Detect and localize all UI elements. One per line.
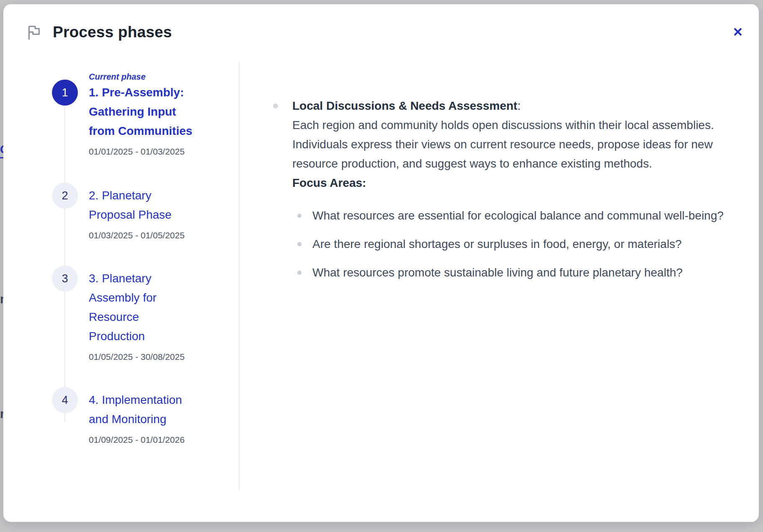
step-number-badge: 1 — [52, 80, 78, 106]
focus-list-item: Are there regional shortages or surpluse… — [297, 235, 735, 254]
stepper-item-phase-3[interactable]: 3 3. Planetary Assembly for Resource Pro… — [52, 269, 239, 364]
detail-heading-line: Local Discussions & Needs Assessment: — [292, 96, 735, 116]
step-dates: 01/09/2025 - 01/01/2026 — [89, 433, 196, 447]
process-phases-modal: Process phases 1 Current phase 1. Pre-As… — [3, 4, 759, 522]
detail-heading: Local Discussions & Needs Assessment — [292, 99, 517, 112]
focus-item-text: What resources are essential for ecologi… — [312, 206, 724, 225]
modal-body: 1 Current phase 1. Pre-Assembly: Gatheri… — [3, 62, 759, 490]
stepper-item-phase-2[interactable]: 2 2. Planetary Proposal Phase 01/03/2025… — [52, 186, 239, 242]
bullet-dot-icon — [297, 214, 302, 218]
close-button[interactable] — [728, 22, 748, 42]
bullet-dot-icon — [297, 271, 302, 275]
flag-icon — [25, 23, 43, 41]
step-title-link[interactable]: 2. Planetary Proposal Phase — [89, 186, 196, 225]
focus-list-item: What resources are essential for ecologi… — [297, 206, 735, 225]
bullet-dot-icon — [273, 103, 278, 108]
phase-stepper: 1 Current phase 1. Pre-Assembly: Gatheri… — [3, 62, 240, 490]
step-number-badge: 4 — [52, 387, 78, 413]
stepper-item-phase-4[interactable]: 4 4. Implementation and Monitoring 01/09… — [52, 390, 239, 447]
focus-areas-label: Focus Areas: — [292, 173, 735, 193]
step-number-badge: 3 — [52, 266, 78, 292]
detail-heading-colon: : — [517, 99, 521, 112]
bullet-dot-icon — [297, 242, 302, 246]
step-title-link[interactable]: 4. Implementation and Monitoring — [89, 390, 196, 429]
stepper-item-phase-1[interactable]: 1 Current phase 1. Pre-Assembly: Gatheri… — [52, 70, 239, 158]
step-number-badge: 2 — [52, 183, 78, 209]
step-title-link[interactable]: 1. Pre-Assembly: Gathering Input from Co… — [89, 83, 196, 141]
step-dates: 01/05/2025 - 30/08/2025 — [89, 350, 196, 364]
modal-header: Process phases — [3, 4, 759, 41]
focus-item-text: What resources promote sustainable livin… — [312, 263, 683, 282]
focus-item-text: Are there regional shortages or surpluse… — [312, 235, 682, 254]
detail-bullet-item: Local Discussions & Needs Assessment: Ea… — [273, 96, 735, 292]
page-backdrop: G n n Process phases — [0, 0, 763, 532]
detail-paragraph: Each region and community holds open dis… — [292, 116, 735, 173]
current-phase-label: Current phase — [89, 70, 196, 83]
step-dates: 01/03/2025 - 01/05/2025 — [89, 229, 196, 242]
step-title-link[interactable]: 3. Planetary Assembly for Resource Produ… — [89, 269, 196, 346]
focus-list-item: What resources promote sustainable livin… — [297, 263, 735, 282]
phase-details-panel: Local Discussions & Needs Assessment: Ea… — [240, 62, 759, 490]
step-dates: 01/01/2025 - 01/03/2025 — [89, 145, 196, 158]
focus-areas-list: What resources are essential for ecologi… — [297, 206, 735, 282]
modal-title: Process phases — [53, 23, 172, 41]
close-icon — [732, 26, 744, 38]
